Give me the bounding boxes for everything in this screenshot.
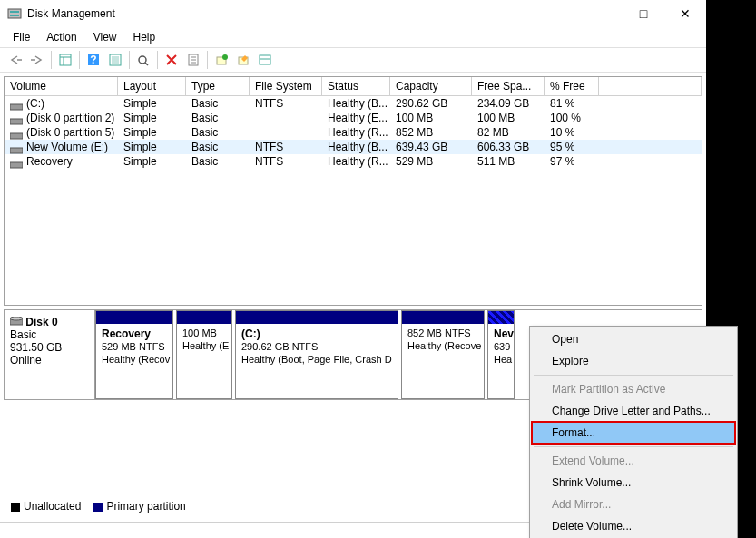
partition[interactable]: Recovery529 MB NTFSHealthy (Recov	[95, 310, 173, 399]
menu-action[interactable]: Action	[39, 29, 83, 45]
svg-rect-23	[10, 104, 23, 110]
drive-icon	[10, 115, 23, 122]
volume-row[interactable]: (Disk 0 partition 5)SimpleBasicHealthy (…	[5, 125, 702, 140]
svg-rect-26	[10, 148, 23, 153]
svg-rect-25	[10, 133, 23, 139]
partition[interactable]: Nev639Hea	[487, 310, 515, 399]
volume-row[interactable]: (Disk 0 partition 2)SimpleBasicHealthy (…	[5, 111, 702, 125]
drive-icon	[10, 101, 23, 107]
col-capacity[interactable]: Capacity	[390, 77, 472, 95]
svg-rect-1	[10, 11, 19, 13]
col-type[interactable]: Type	[186, 77, 250, 95]
close-button[interactable]: ✕	[664, 0, 706, 27]
view-mode-icon[interactable]	[255, 50, 275, 70]
ctx-delete[interactable]: Delete Volume...	[532, 515, 735, 537]
titlebar: Disk Management — □ ✕	[0, 0, 706, 27]
maximize-button[interactable]: □	[623, 0, 664, 27]
legend-primary: Primary partition	[93, 500, 185, 513]
drive-icon	[10, 159, 23, 165]
forward-button[interactable]	[27, 50, 47, 70]
svg-rect-2	[10, 15, 19, 16]
drive-icon	[10, 144, 23, 151]
disk-icon	[10, 316, 23, 322]
svg-point-29	[10, 317, 23, 320]
volume-row[interactable]: RecoverySimpleBasicNTFSHealthy (R...529 …	[5, 154, 702, 169]
delete-icon[interactable]	[162, 50, 182, 70]
back-button[interactable]	[5, 50, 25, 70]
ctx-explore[interactable]: Explore	[532, 350, 735, 372]
toolbar: ?	[0, 47, 706, 73]
menu-file[interactable]: File	[5, 29, 37, 45]
legend-unallocated: Unallocated	[11, 500, 81, 513]
svg-text:?: ?	[90, 54, 96, 66]
col-pctfree[interactable]: % Free	[545, 77, 599, 95]
properties-icon[interactable]	[183, 50, 203, 70]
col-volume[interactable]: Volume	[5, 77, 118, 95]
minimize-button[interactable]: —	[581, 0, 623, 27]
volume-row[interactable]: (C:)SimpleBasicNTFSHealthy (B...290.62 G…	[5, 96, 702, 111]
ctx-extend[interactable]: Extend Volume...	[532, 450, 735, 472]
svg-rect-27	[10, 162, 23, 168]
volume-list: Volume Layout Type File System Status Ca…	[4, 76, 702, 306]
ctx-add-mirror[interactable]: Add Mirror...	[532, 494, 735, 515]
disk-size: 931.50 GB	[10, 341, 62, 354]
svg-rect-11	[112, 56, 119, 64]
ctx-shrink[interactable]: Shrink Volume...	[532, 472, 735, 494]
svg-point-12	[139, 56, 146, 64]
partition[interactable]: (C:)290.62 GB NTFSHealthy (Boot, Page Fi…	[235, 310, 398, 399]
disk-type: Basic	[10, 328, 36, 341]
edit-partition-icon[interactable]	[233, 50, 253, 70]
svg-line-13	[145, 63, 148, 65]
col-freespace[interactable]: Free Spa...	[472, 77, 545, 95]
settings-button[interactable]	[105, 50, 125, 70]
refresh-button[interactable]	[133, 50, 153, 70]
volume-row[interactable]: New Volume (E:)SimpleBasicNTFSHealthy (B…	[5, 140, 702, 154]
disk-state: Online	[10, 354, 42, 367]
menubar: File Action View Help	[0, 27, 706, 47]
col-layout[interactable]: Layout	[118, 77, 186, 95]
menu-view[interactable]: View	[86, 29, 124, 45]
ctx-open[interactable]: Open	[532, 328, 735, 350]
disk-management-icon	[7, 6, 22, 21]
new-partition-icon[interactable]	[211, 50, 231, 70]
drive-icon	[10, 130, 23, 136]
volume-list-header: Volume Layout Type File System Status Ca…	[5, 77, 702, 96]
svg-rect-21	[260, 55, 270, 64]
disk-label[interactable]: Disk 0 Basic 931.50 GB Online	[5, 310, 95, 399]
ctx-format[interactable]: Format...	[532, 422, 735, 444]
window-title: Disk Management	[27, 7, 581, 20]
show-hide-button[interactable]	[55, 50, 75, 70]
svg-rect-5	[60, 54, 71, 65]
col-status[interactable]: Status	[322, 77, 390, 95]
ctx-mark-active[interactable]: Mark Partition as Active	[532, 378, 735, 400]
menu-help[interactable]: Help	[126, 29, 163, 45]
partition[interactable]: 100 MBHealthy (E	[176, 310, 232, 399]
svg-rect-0	[8, 9, 21, 18]
ctx-change-drive-letter[interactable]: Change Drive Letter and Paths...	[532, 400, 735, 422]
col-filesystem[interactable]: File System	[250, 77, 322, 95]
svg-point-19	[222, 54, 228, 60]
partition[interactable]: 852 MB NTFSHealthy (Recove	[401, 310, 485, 399]
context-menu: Open Explore Mark Partition as Active Ch…	[529, 326, 738, 538]
help-button[interactable]: ?	[83, 50, 103, 70]
disk-name: Disk 0	[25, 316, 57, 328]
svg-rect-24	[10, 119, 23, 124]
